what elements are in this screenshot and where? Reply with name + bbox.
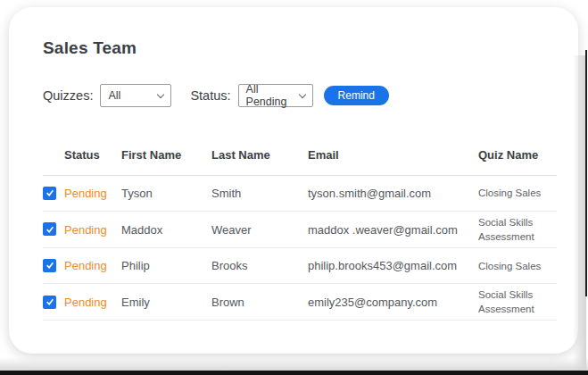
quizzes-select-value: All: [108, 89, 120, 102]
email-cell: emily235@company.com: [308, 284, 478, 321]
table-row: Pending Philip Brooks philip.brooks453@g…: [43, 248, 557, 284]
last-name-cell: Brown: [211, 284, 308, 321]
email-cell: tyson.smith@gmail.com: [308, 176, 478, 212]
quiz-name-column-header: Quiz Name: [478, 137, 557, 176]
first-name-cell: Maddox: [121, 212, 211, 248]
status-filter-label: Status:: [190, 88, 230, 103]
last-name-cell: Brooks: [211, 248, 308, 284]
checkbox-column-header: [43, 137, 64, 176]
chevron-down-icon: [157, 90, 164, 97]
row-checkbox[interactable]: [43, 259, 56, 272]
sales-team-card: Sales Team Quizzes: All Status: All Pend…: [9, 7, 578, 354]
table-header-row: Status First Name Last Name Email Quiz N…: [43, 137, 557, 176]
remind-button[interactable]: Remind: [324, 86, 389, 105]
checkmark-icon: [46, 261, 54, 270]
status-cell: Pending: [64, 248, 121, 284]
checkmark-icon: [46, 188, 54, 197]
table-row: Pending Maddox Weaver maddox .weaver@gma…: [43, 212, 557, 248]
page-title: Sales Team: [43, 38, 137, 58]
email-cell: philip.brooks453@gmail.com: [308, 248, 478, 284]
last-name-cell: Weaver: [211, 212, 308, 248]
table-row: Pending Emily Brown emily235@company.com…: [43, 284, 557, 321]
last-name-cell: Smith: [211, 176, 308, 212]
filter-bar: Quizzes: All Status: All Pending Remind: [43, 84, 389, 107]
bottom-edge-shadow: [0, 357, 588, 371]
quiz-name-cell: Closing Sales: [478, 176, 557, 212]
quiz-name-cell: Social Skills Assessment: [478, 284, 557, 321]
status-cell: Pending: [64, 176, 121, 212]
row-checkbox[interactable]: [43, 296, 56, 309]
checkmark-icon: [46, 297, 54, 306]
status-select-value: All Pending: [246, 83, 294, 108]
status-cell: Pending: [64, 284, 121, 321]
right-edge-shadow: [573, 55, 586, 371]
quiz-name-cell: Social Skills Assessment: [478, 212, 557, 248]
right-edge-dark-line: [585, 50, 587, 296]
first-name-cell: Tyson: [121, 176, 211, 212]
chevron-down-icon: [298, 90, 305, 97]
first-name-cell: Emily: [121, 284, 211, 321]
quizzes-select[interactable]: All: [100, 84, 171, 107]
first-name-cell: Philip: [121, 248, 211, 284]
row-checkbox[interactable]: [43, 222, 56, 236]
status-column-header: Status: [64, 137, 121, 176]
checkmark-icon: [46, 225, 54, 234]
quiz-name-cell: Closing Sales: [478, 248, 557, 284]
last-name-column-header: Last Name: [211, 137, 308, 176]
email-column-header: Email: [308, 137, 478, 176]
members-table: Status First Name Last Name Email Quiz N…: [43, 137, 557, 321]
email-cell: maddox .weaver@gmail.com: [308, 212, 478, 248]
row-checkbox[interactable]: [43, 187, 56, 200]
status-select[interactable]: All Pending: [238, 84, 313, 107]
quizzes-filter-label: Quizzes:: [43, 88, 93, 103]
status-cell: Pending: [64, 212, 121, 248]
table-row: Pending Tyson Smith tyson.smith@gmail.co…: [43, 176, 557, 212]
first-name-column-header: First Name: [121, 137, 211, 176]
bottom-edge-dark-bar: [0, 371, 588, 375]
